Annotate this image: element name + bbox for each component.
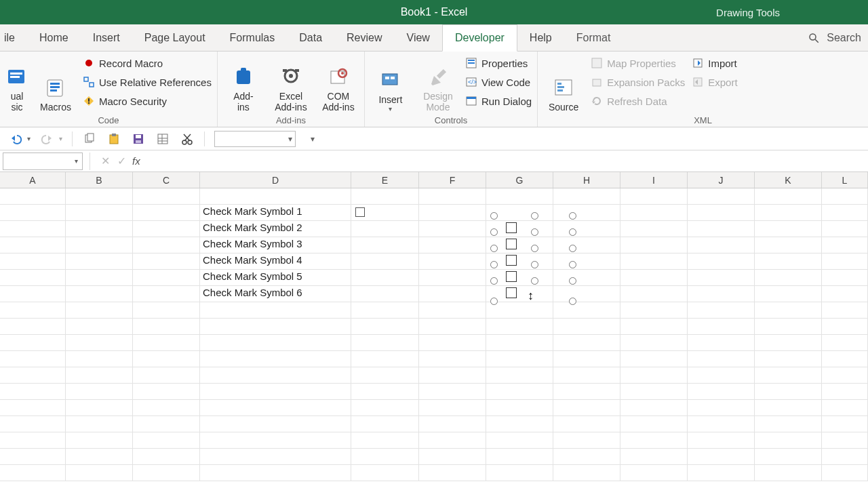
cell[interactable]: Check Mark Symbol 6 — [200, 286, 351, 302]
selection-handle[interactable] — [569, 261, 576, 268]
checkbox-control[interactable] — [506, 239, 517, 249]
selection-handle[interactable] — [490, 261, 498, 268]
tab-developer[interactable]: Developer — [442, 24, 517, 52]
tab-page-layout[interactable]: Page Layout — [132, 24, 218, 51]
checkbox-control[interactable] — [506, 222, 517, 233]
tell-me-search[interactable]: Search — [808, 24, 868, 51]
cell[interactable]: Check Mark Symbol 5 — [200, 270, 351, 286]
selection-handle[interactable] — [531, 261, 538, 268]
selection-handle[interactable] — [490, 228, 498, 236]
selection-handle[interactable] — [569, 298, 576, 305]
svg-point-9 — [85, 60, 92, 66]
col-header[interactable]: B — [66, 172, 133, 188]
refresh-data-button[interactable]: Refresh Data — [591, 92, 685, 110]
tab-review[interactable]: Review — [334, 24, 394, 51]
record-macro-button[interactable]: Record Macro — [83, 54, 212, 72]
svg-point-18 — [289, 74, 293, 78]
map-properties-button[interactable]: Map Properties — [591, 54, 685, 72]
chevron-down-icon[interactable]: ▾ — [27, 135, 31, 142]
svg-marker-47 — [12, 136, 15, 141]
tab-help[interactable]: Help — [517, 24, 564, 51]
worksheet[interactable]: Check Mark Symbol 1 Check Mark Symbol 2 … — [0, 188, 868, 481]
selection-handle[interactable] — [531, 245, 538, 252]
run-dialog-button[interactable]: Run Dialog — [465, 92, 532, 110]
import-button[interactable]: Import — [692, 54, 737, 72]
multi-selection[interactable]: ↕ — [494, 216, 576, 305]
col-header[interactable]: G — [486, 172, 553, 188]
selection-handle[interactable] — [490, 212, 498, 220]
checkbox-control[interactable] — [355, 207, 365, 217]
col-header[interactable]: K — [755, 172, 822, 188]
grid-button[interactable] — [155, 131, 170, 146]
col-header[interactable]: E — [351, 172, 419, 188]
addins-button[interactable]: Add- ins — [223, 54, 264, 113]
view-code-button[interactable]: </> View Code — [465, 73, 532, 91]
undo-button[interactable] — [8, 131, 23, 146]
macros-button[interactable]: Macros — [35, 54, 76, 113]
tab-insert[interactable]: Insert — [81, 24, 132, 51]
tab-home[interactable]: Home — [27, 24, 81, 51]
design-mode-button[interactable]: Design Mode — [418, 54, 458, 113]
svg-rect-10 — [84, 77, 88, 81]
selection-handle[interactable] — [569, 277, 576, 285]
col-header[interactable]: L — [822, 172, 868, 188]
cell[interactable]: Check Mark Symbol 4 — [200, 253, 351, 270]
contextual-tab-label: Drawing Tools — [716, 7, 780, 18]
selection-handle[interactable] — [531, 228, 538, 236]
cancel-formula-button[interactable]: ✕ — [97, 153, 113, 169]
formula-input[interactable] — [144, 152, 868, 170]
redo-button[interactable] — [40, 131, 55, 146]
svg-rect-3 — [10, 73, 22, 75]
checkbox-control[interactable] — [506, 255, 517, 266]
tab-formulas[interactable]: Formulas — [218, 24, 288, 51]
svg-rect-24 — [382, 74, 397, 85]
excel-addins-button[interactable]: Excel Add-ins — [271, 54, 311, 113]
ribbon: ual sic Macros Record Macro Use Relative… — [0, 52, 868, 127]
tab-data[interactable]: Data — [287, 24, 334, 51]
chevron-down-icon[interactable]: ▾ — [59, 135, 62, 142]
checkbox-control[interactable] — [506, 271, 517, 282]
selection-handle[interactable] — [531, 277, 538, 285]
macro-security-button[interactable]: Macro Security — [83, 92, 212, 110]
qat-combo[interactable]: ▾ — [214, 131, 296, 147]
selection-handle[interactable] — [490, 298, 498, 305]
col-header[interactable]: J — [688, 172, 755, 188]
selection-handle[interactable] — [569, 228, 576, 236]
selection-handle[interactable] — [490, 245, 498, 252]
col-header[interactable]: F — [419, 172, 486, 188]
visual-basic-button[interactable]: ual sic — [5, 54, 28, 113]
com-addins-button[interactable]: COM Add-ins — [318, 54, 359, 113]
name-box[interactable]: ▾ — [3, 152, 83, 170]
cut-button[interactable] — [180, 131, 195, 146]
col-header[interactable]: C — [133, 172, 200, 188]
selection-handle[interactable] — [531, 212, 538, 220]
cell[interactable]: Check Mark Symbol 1 — [200, 205, 351, 221]
col-header[interactable]: H — [553, 172, 620, 188]
tab-file[interactable]: ile — [0, 24, 27, 51]
tab-view[interactable]: View — [395, 24, 442, 51]
col-header[interactable]: D — [200, 172, 351, 188]
paste-button[interactable] — [106, 131, 121, 146]
copy-button[interactable] — [82, 131, 97, 146]
selection-handle[interactable] — [490, 277, 498, 285]
svg-rect-50 — [87, 134, 94, 141]
insert-control-button[interactable]: Insert ▾ — [370, 54, 411, 113]
xml-source-button[interactable]: Source — [543, 54, 584, 113]
selection-handle[interactable] — [569, 212, 576, 220]
properties-button[interactable]: Properties — [465, 54, 532, 72]
selection-handle[interactable] — [569, 245, 576, 252]
tab-format[interactable]: Format — [564, 24, 623, 51]
save-button[interactable] — [131, 131, 146, 146]
qat-customize-button[interactable]: ▾ — [305, 131, 320, 146]
cell[interactable]: Check Mark Symbol 3 — [200, 237, 351, 253]
chevron-down-icon: ▾ — [288, 134, 292, 144]
col-header[interactable]: I — [620, 172, 688, 188]
svg-line-1 — [816, 39, 819, 43]
expansion-packs-button[interactable]: Expansion Packs — [591, 73, 685, 91]
use-relative-references-button[interactable]: Use Relative References — [83, 73, 212, 91]
checkbox-control[interactable] — [506, 287, 517, 298]
export-button[interactable]: Export — [692, 73, 737, 91]
enter-formula-button[interactable]: ✓ — [113, 153, 130, 169]
col-header[interactable]: A — [0, 172, 66, 188]
cell[interactable]: Check Mark Symbol 2 — [200, 221, 351, 237]
